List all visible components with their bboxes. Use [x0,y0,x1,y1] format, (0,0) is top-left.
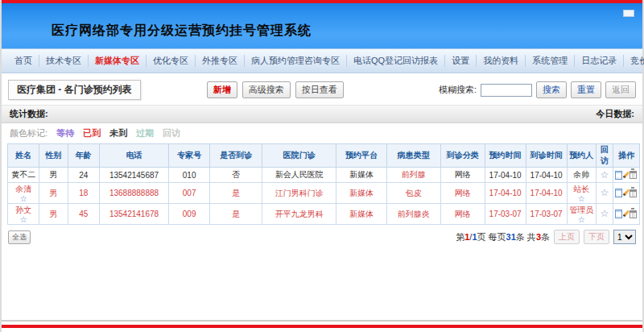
select-all-button[interactable]: 全选 [8,230,31,244]
stats-label: 统计数据: [10,108,48,120]
header-corner-box [623,10,634,17]
disease-cell: 包皮 [386,183,440,204]
nav-links: 首页技术专区新媒体专区优化专区外推专区病人预约管理咨询专区电话QQ登记回访报表设… [8,55,644,67]
category-cell: 网络 [440,183,485,204]
doc-icon[interactable] [615,210,622,218]
followup-cell: ☆ [596,183,613,204]
nav-item[interactable]: 竞价专区 [624,55,644,67]
platform-cell: 新媒体 [336,168,387,183]
nav-item[interactable]: 病人预约管理咨询专区 [245,55,347,67]
reset-button[interactable]: 重置 [571,81,601,98]
toolbar: 医疗集团 - 各门诊预约列表 新增高级搜索按日查看 模糊搜索: 搜索 重置 返回 [2,73,642,105]
column-header: 电话 [99,144,168,168]
patient-name-cell: 孙文☆ [8,204,39,225]
age-cell: 24 [68,168,99,183]
gender-cell: 男 [39,204,68,225]
visit-date-cell: 17-04-10 [526,183,567,204]
patient-name: 余清 [9,184,38,195]
visit-date-cell: 17-03-07 [526,204,567,225]
legend-waiting: 等待 [56,127,74,139]
nav-item[interactable]: 电话QQ登记回访报表 [347,55,445,67]
gender-cell: 男 [39,183,68,204]
doc-icon[interactable] [615,189,622,197]
gender-cell: 男 [39,168,68,183]
fuzzy-search-label: 模糊搜索: [439,84,477,96]
column-header: 是否到诊 [210,144,262,168]
pagination: 第1/1页 每页31条 共3条 上页 下页 1 [456,230,636,244]
trash-icon[interactable] [630,171,637,179]
followup-star-icon[interactable]: ☆ [600,208,609,219]
column-header: 医院门诊 [262,144,336,168]
book-date-cell: 17-04-10 [485,168,526,183]
nav-item[interactable]: 新媒体专区 [89,55,147,67]
arrived-cell: 是 [210,204,262,225]
arrived-cell: 否 [210,168,262,183]
app-header: 医疗网络部专用分级运营预约挂号管理系统 [2,3,642,49]
today-data-label: 今日数据: [596,108,634,120]
footer-controls: 全选 第1/1页 每页31条 共3条 上页 下页 1 [2,225,642,244]
patient-star-icon: ☆ [9,216,38,223]
search-button[interactable]: 搜索 [536,81,567,98]
category-cell: 网络 [440,168,485,183]
stats-bar: 统计数据: 今日数据: [2,105,642,123]
booker-cell: 站长☆ [567,183,596,204]
expert-no-cell: 009 [169,204,210,225]
nav-item[interactable]: 技术专区 [39,55,89,67]
nav-item[interactable]: 优化专区 [147,55,196,67]
booker-star-icon: ☆ [568,216,595,223]
followup-cell: ☆ [596,168,613,183]
pencil-icon[interactable] [622,171,630,179]
booker-cell: 余帅 [567,168,596,183]
phone-cell: 13542141678 [99,204,168,225]
nav-item[interactable]: 日志记录 [575,55,624,67]
search-area: 模糊搜索: 搜索 重置 返回 [439,81,636,98]
platform-cell: 新媒体 [336,204,387,225]
column-header: 回访 [596,144,613,168]
add-button[interactable]: 新增 [207,81,237,98]
followup-star-icon[interactable]: ☆ [600,169,609,181]
prev-page-button[interactable]: 上页 [554,230,580,244]
column-header: 姓名 [8,144,39,168]
clinic-cell: 新会人民医院 [262,168,336,183]
phone-cell: 13688888888 [99,183,168,204]
column-header: 预约平台 [336,144,387,168]
color-legend: 颜色标记: 等待已到未到过期回访 [2,123,642,143]
age-cell: 18 [68,183,99,204]
disease-cell: 前列腺 [386,168,440,183]
legend-expired: 过期 [136,127,154,139]
fuzzy-search-input[interactable] [481,84,532,97]
nav-item[interactable]: 外推专区 [196,55,245,67]
page-select[interactable]: 1 [613,230,636,244]
nav-item[interactable]: 我的资料 [477,55,526,67]
pencil-icon[interactable] [622,210,630,218]
expert-no-cell: 007 [169,183,210,204]
book-date-cell: 17-03-07 [485,204,526,225]
booker-cell: 管理员☆ [567,204,596,225]
page-info: 第1/1页 每页31条 共3条 [456,231,550,243]
advanced-search-button[interactable]: 高级搜索 [242,81,291,98]
toolbar-buttons: 新增高级搜索按日查看 [207,81,344,98]
table-row: 余清☆男1813688888888007是江门男科门诊新媒体包皮网络17-04-… [8,183,640,204]
disease-cell: 前列腺炎 [386,204,440,225]
trash-icon[interactable] [630,189,637,197]
nav-item[interactable]: 设置 [445,55,477,67]
patient-name-cell: 余清☆ [8,183,39,204]
column-header: 到诊时间 [526,144,567,168]
arrived-cell: 是 [210,183,262,204]
view-by-day-button[interactable]: 按日查看 [295,81,344,98]
back-button[interactable]: 返回 [605,81,636,98]
nav-item[interactable]: 系统管理 [526,55,575,67]
page-title: 医疗网络部专用分级运营预约挂号管理系统 [2,3,642,39]
nav-item[interactable]: 首页 [8,55,39,67]
next-page-button[interactable]: 下页 [584,230,609,244]
book-date-cell: 17-04-10 [485,183,526,204]
trash-icon[interactable] [630,210,637,218]
age-cell: 45 [68,204,99,225]
patient-name: 孙文 [9,205,38,216]
table-row: 黄不二男2413542145687010否新会人民医院新媒体前列腺网络17-04… [8,168,640,183]
pencil-icon[interactable] [622,189,630,197]
column-header: 专家号 [169,144,210,168]
patient-name-cell: 黄不二 [8,168,39,183]
followup-star-icon[interactable]: ☆ [600,187,609,198]
booker-star-icon: ☆ [568,195,595,202]
